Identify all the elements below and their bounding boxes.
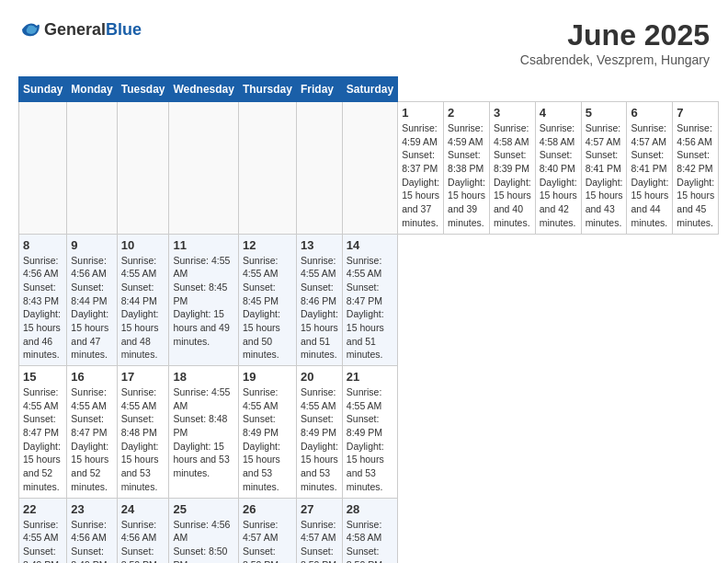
weekday-header-tuesday: Tuesday (117, 77, 169, 102)
day-info: Sunrise: 4:59 AMSunset: 8:38 PMDaylight:… (448, 121, 485, 230)
calendar-day-3: 3Sunrise: 4:58 AMSunset: 8:39 PMDaylight… (489, 102, 535, 235)
day-number: 2 (448, 106, 485, 120)
weekday-header-row: SundayMondayTuesdayWednesdayThursdayFrid… (19, 77, 719, 102)
calendar-day-23: 23Sunrise: 4:56 AMSunset: 8:49 PMDayligh… (67, 498, 117, 563)
calendar-day-26: 26Sunrise: 4:57 AMSunset: 8:50 PMDayligh… (238, 498, 296, 563)
day-info: Sunrise: 4:55 AMSunset: 8:44 PMDaylight:… (121, 254, 165, 362)
day-number: 7 (677, 106, 714, 120)
day-number: 24 (121, 502, 165, 516)
day-info: Sunrise: 4:55 AMSunset: 8:46 PMDaylight:… (301, 254, 338, 362)
weekday-header-wednesday: Wednesday (169, 77, 238, 102)
empty-cell (19, 102, 67, 235)
weekday-header-sunday: Sunday (19, 77, 67, 102)
calendar-day-10: 10Sunrise: 4:55 AMSunset: 8:44 PMDayligh… (117, 234, 169, 366)
day-info: Sunrise: 4:55 AMSunset: 8:48 PMDaylight:… (173, 385, 233, 480)
day-info: Sunrise: 4:59 AMSunset: 8:37 PMDaylight:… (402, 121, 439, 230)
day-number: 13 (301, 238, 338, 252)
calendar-table: SundayMondayTuesdayWednesdayThursdayFrid… (18, 76, 719, 563)
calendar-day-14: 14Sunrise: 4:55 AMSunset: 8:47 PMDayligh… (342, 234, 397, 366)
day-number: 19 (243, 370, 292, 384)
calendar-day-5: 5Sunrise: 4:57 AMSunset: 8:41 PMDaylight… (581, 102, 627, 235)
title-area: June 2025 Csabrendek, Veszprem, Hungary (520, 18, 710, 67)
day-info: Sunrise: 4:56 AMSunset: 8:43 PMDaylight:… (23, 254, 63, 362)
day-info: Sunrise: 4:55 AMSunset: 8:45 PMDaylight:… (173, 254, 233, 349)
calendar-day-9: 9Sunrise: 4:56 AMSunset: 8:44 PMDaylight… (67, 234, 117, 366)
day-number: 11 (173, 238, 233, 252)
day-info: Sunrise: 4:57 AMSunset: 8:41 PMDaylight:… (586, 121, 623, 230)
day-number: 8 (23, 238, 63, 252)
weekday-header-friday: Friday (296, 77, 342, 102)
calendar-day-16: 16Sunrise: 4:55 AMSunset: 8:47 PMDayligh… (67, 366, 117, 499)
month-title: June 2025 (520, 18, 710, 52)
calendar-day-27: 27Sunrise: 4:57 AMSunset: 8:50 PMDayligh… (296, 498, 342, 563)
calendar-day-21: 21Sunrise: 4:55 AMSunset: 8:49 PMDayligh… (342, 366, 397, 499)
weekday-header-monday: Monday (67, 77, 117, 102)
day-number: 15 (23, 370, 63, 384)
weekday-header-saturday: Saturday (342, 77, 397, 102)
calendar-day-18: 18Sunrise: 4:55 AMSunset: 8:48 PMDayligh… (169, 366, 238, 499)
day-number: 17 (121, 370, 165, 384)
day-number: 28 (347, 502, 393, 516)
day-info: Sunrise: 4:58 AMSunset: 8:50 PMDaylight:… (347, 518, 393, 564)
day-number: 18 (173, 370, 233, 384)
logo-icon (18, 18, 40, 40)
page-header: GeneralBlue June 2025 Csabrendek, Veszpr… (18, 18, 710, 67)
logo: GeneralBlue (18, 18, 142, 40)
calendar-day-7: 7Sunrise: 4:56 AMSunset: 8:42 PMDaylight… (673, 102, 719, 235)
calendar-day-6: 6Sunrise: 4:57 AMSunset: 8:41 PMDaylight… (627, 102, 673, 235)
day-info: Sunrise: 4:57 AMSunset: 8:41 PMDaylight:… (631, 121, 668, 230)
day-info: Sunrise: 4:56 AMSunset: 8:50 PMDaylight:… (121, 518, 165, 564)
calendar-day-12: 12Sunrise: 4:55 AMSunset: 8:45 PMDayligh… (238, 234, 296, 366)
calendar-week-1: 1Sunrise: 4:59 AMSunset: 8:37 PMDaylight… (19, 102, 719, 235)
calendar-day-24: 24Sunrise: 4:56 AMSunset: 8:50 PMDayligh… (117, 498, 169, 563)
empty-cell (296, 102, 342, 235)
day-info: Sunrise: 4:56 AMSunset: 8:50 PMDaylight:… (173, 518, 233, 564)
calendar-day-4: 4Sunrise: 4:58 AMSunset: 8:40 PMDaylight… (535, 102, 581, 235)
day-info: Sunrise: 4:55 AMSunset: 8:49 PMDaylight:… (301, 385, 338, 494)
day-info: Sunrise: 4:57 AMSunset: 8:50 PMDaylight:… (301, 518, 338, 564)
weekday-header-thursday: Thursday (238, 77, 296, 102)
day-info: Sunrise: 4:55 AMSunset: 8:45 PMDaylight:… (243, 254, 292, 362)
day-number: 6 (631, 106, 668, 120)
day-number: 5 (586, 106, 623, 120)
day-number: 25 (173, 502, 233, 516)
calendar-week-3: 15Sunrise: 4:55 AMSunset: 8:47 PMDayligh… (19, 366, 719, 499)
logo-general: General (44, 20, 106, 39)
day-number: 3 (494, 106, 531, 120)
empty-cell (117, 102, 169, 235)
day-info: Sunrise: 4:56 AMSunset: 8:42 PMDaylight:… (677, 121, 714, 230)
day-number: 22 (23, 502, 63, 516)
day-info: Sunrise: 4:55 AMSunset: 8:49 PMDaylight:… (243, 385, 292, 494)
day-info: Sunrise: 4:55 AMSunset: 8:47 PMDaylight:… (71, 385, 112, 494)
day-number: 23 (71, 502, 112, 516)
calendar-day-2: 2Sunrise: 4:59 AMSunset: 8:38 PMDaylight… (444, 102, 490, 235)
day-number: 12 (243, 238, 292, 252)
day-number: 21 (347, 370, 393, 384)
logo-blue: Blue (106, 20, 142, 39)
day-number: 1 (402, 106, 439, 120)
day-info: Sunrise: 4:55 AMSunset: 8:47 PMDaylight:… (23, 385, 63, 494)
day-number: 14 (347, 238, 393, 252)
day-info: Sunrise: 4:55 AMSunset: 8:48 PMDaylight:… (121, 385, 165, 494)
calendar-week-4: 22Sunrise: 4:55 AMSunset: 8:49 PMDayligh… (19, 498, 719, 563)
empty-cell (169, 102, 238, 235)
day-number: 9 (71, 238, 112, 252)
calendar-day-17: 17Sunrise: 4:55 AMSunset: 8:48 PMDayligh… (117, 366, 169, 499)
day-number: 4 (540, 106, 577, 120)
day-info: Sunrise: 4:56 AMSunset: 8:49 PMDaylight:… (71, 518, 112, 564)
calendar-day-22: 22Sunrise: 4:55 AMSunset: 8:49 PMDayligh… (19, 498, 67, 563)
day-info: Sunrise: 4:58 AMSunset: 8:39 PMDaylight:… (494, 121, 531, 230)
calendar-week-2: 8Sunrise: 4:56 AMSunset: 8:43 PMDaylight… (19, 234, 719, 366)
day-info: Sunrise: 4:55 AMSunset: 8:49 PMDaylight:… (347, 385, 393, 494)
day-number: 27 (301, 502, 338, 516)
calendar-day-25: 25Sunrise: 4:56 AMSunset: 8:50 PMDayligh… (169, 498, 238, 563)
day-number: 16 (71, 370, 112, 384)
day-number: 26 (243, 502, 292, 516)
location-title: Csabrendek, Veszprem, Hungary (520, 52, 710, 67)
calendar-day-28: 28Sunrise: 4:58 AMSunset: 8:50 PMDayligh… (342, 498, 397, 563)
calendar-day-11: 11Sunrise: 4:55 AMSunset: 8:45 PMDayligh… (169, 234, 238, 366)
calendar-day-8: 8Sunrise: 4:56 AMSunset: 8:43 PMDaylight… (19, 234, 67, 366)
empty-cell (67, 102, 117, 235)
day-info: Sunrise: 4:57 AMSunset: 8:50 PMDaylight:… (243, 518, 292, 564)
calendar-day-20: 20Sunrise: 4:55 AMSunset: 8:49 PMDayligh… (296, 366, 342, 499)
